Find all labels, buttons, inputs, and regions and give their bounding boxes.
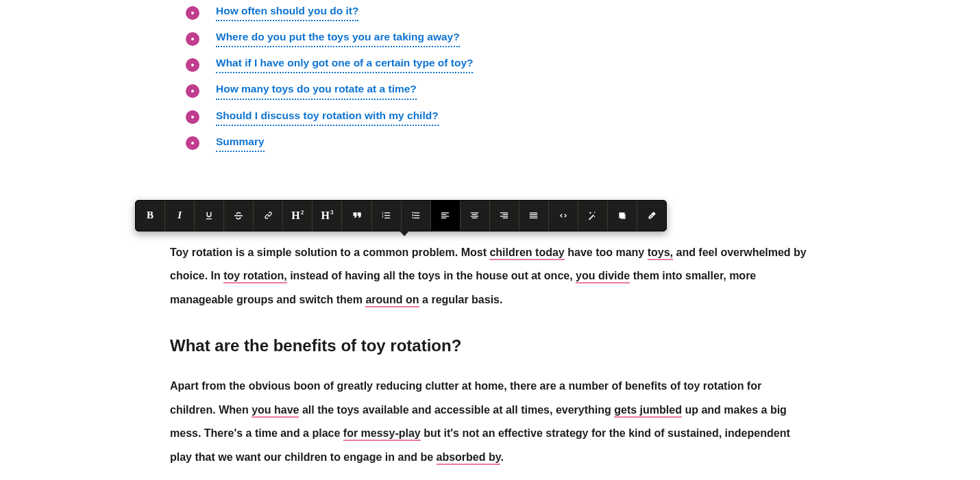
strikethrough-icon xyxy=(233,210,244,221)
ordered-list-button[interactable] xyxy=(372,201,402,231)
align-left-icon xyxy=(440,210,450,220)
toolbar-caret-icon xyxy=(400,231,409,236)
align-justify-button[interactable] xyxy=(519,201,549,231)
align-left-button[interactable] xyxy=(431,201,461,231)
heading3-button[interactable]: H3 xyxy=(313,201,342,231)
editor-toolbar: B I H2 H3 xyxy=(135,200,667,231)
link-icon xyxy=(263,210,273,220)
blockquote-button[interactable] xyxy=(342,201,371,231)
article-body[interactable]: Toy rotation is a simple solution to a c… xyxy=(170,241,810,480)
code-icon xyxy=(558,210,569,221)
section-heading[interactable]: What are the benefits of toy rotation? xyxy=(170,335,810,357)
toc-item: How many toys do you rotate at a time? xyxy=(186,82,810,99)
italic-button[interactable]: I xyxy=(165,201,195,231)
toc-link[interactable]: Should I discuss toy rotation with my ch… xyxy=(216,109,439,126)
unordered-list-icon xyxy=(411,210,421,220)
align-justify-icon xyxy=(528,210,539,220)
strikethrough-button[interactable] xyxy=(224,201,254,231)
toc-item: Where do you put the toys you are taking… xyxy=(186,30,810,47)
unordered-list-button[interactable] xyxy=(402,201,431,231)
spellcheck-span[interactable]: absorbed by xyxy=(437,451,501,465)
bullet-icon xyxy=(186,110,199,124)
card-icon xyxy=(617,211,627,220)
toc-link[interactable]: How many toys do you rotate at a time? xyxy=(216,82,417,99)
align-right-button[interactable] xyxy=(490,201,519,231)
underline-icon xyxy=(204,211,214,220)
bullet-icon xyxy=(186,6,199,20)
table-of-contents: How often should you do it? Where do you… xyxy=(186,0,810,152)
spellcheck-span[interactable]: you have xyxy=(252,404,299,418)
magic-button[interactable] xyxy=(578,201,608,231)
wand-icon xyxy=(587,210,598,220)
spellcheck-span[interactable]: you divide xyxy=(576,270,630,283)
bullet-icon xyxy=(186,84,199,98)
align-center-icon xyxy=(469,210,480,220)
link-button[interactable] xyxy=(254,201,283,231)
bullet-icon xyxy=(186,32,199,46)
toc-item: Summary xyxy=(186,135,810,152)
spellcheck-span[interactable]: for messy-play xyxy=(343,427,421,441)
ordered-list-icon xyxy=(381,210,391,220)
quote-icon xyxy=(352,210,362,220)
toc-item: What if I have only got one of a certain… xyxy=(186,56,810,73)
toc-link[interactable]: Summary xyxy=(216,135,265,152)
heading2-button[interactable]: H2 xyxy=(283,201,313,231)
underline-button[interactable] xyxy=(195,201,224,231)
spellcheck-span[interactable]: toys, xyxy=(648,247,673,260)
spellcheck-span[interactable]: toy rotation, xyxy=(223,270,286,283)
spellcheck-span[interactable]: gets jumbled xyxy=(614,404,682,418)
clear-format-button[interactable] xyxy=(637,201,666,231)
align-center-button[interactable] xyxy=(461,201,490,231)
bullet-icon xyxy=(186,58,199,72)
spellcheck-span[interactable]: around on xyxy=(365,294,419,307)
paragraph[interactable]: Apart from the obvious boon of greatly r… xyxy=(170,375,810,469)
bold-button[interactable]: B xyxy=(136,201,165,231)
code-button[interactable] xyxy=(549,201,578,231)
toc-link[interactable]: How often should you do it? xyxy=(216,4,358,21)
toc-item: Should I discuss toy rotation with my ch… xyxy=(186,109,810,126)
align-right-icon xyxy=(499,210,509,220)
eraser-icon xyxy=(647,210,657,220)
paragraph[interactable]: Toy rotation is a simple solution to a c… xyxy=(170,241,810,312)
toc-item: How often should you do it? xyxy=(186,4,810,21)
toc-link[interactable]: What if I have only got one of a certain… xyxy=(216,56,473,73)
bullet-icon xyxy=(186,136,199,150)
card-button[interactable] xyxy=(608,201,637,231)
toc-link[interactable]: Where do you put the toys you are taking… xyxy=(216,30,460,47)
spellcheck-span[interactable]: children today xyxy=(489,247,564,260)
